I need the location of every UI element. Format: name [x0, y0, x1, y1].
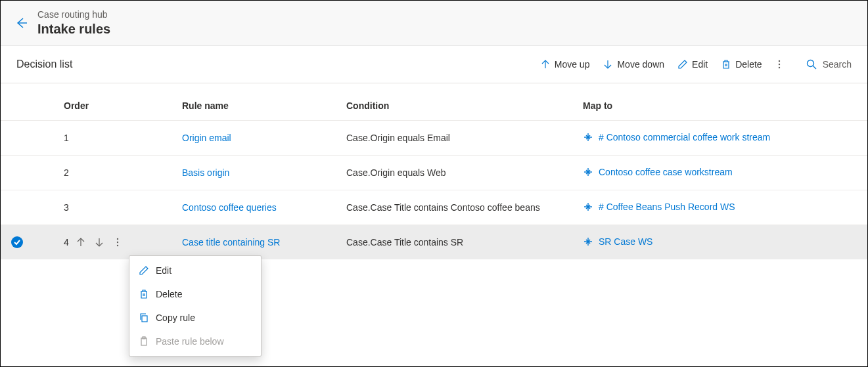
row-move-up-button[interactable] [76, 237, 86, 248]
workstream-icon [583, 202, 593, 212]
map-to-link[interactable]: Contoso coffee case workstream [583, 167, 733, 177]
check-icon [13, 238, 21, 246]
map-to-label: # Contoso commercial coffee work stream [599, 132, 770, 142]
col-order[interactable]: Order [64, 100, 182, 111]
map-to-link[interactable]: # Contoso commercial coffee work stream [583, 132, 770, 142]
map-to-link[interactable]: # Coffee Beans Push Record WS [583, 202, 735, 212]
search-button[interactable]: Search [806, 58, 852, 70]
search-label: Search [823, 59, 852, 70]
map-to-label: SR Case WS [599, 236, 652, 247]
trash-icon [721, 59, 731, 70]
more-vertical-icon [112, 237, 123, 248]
svg-point-4 [117, 238, 118, 240]
copy-icon [139, 313, 149, 323]
rule-name-link[interactable]: Contoso coffee queries [182, 202, 277, 213]
context-paste-label: Paste rule below [156, 336, 224, 347]
more-vertical-icon [774, 59, 785, 70]
row-order: 4 [64, 237, 69, 248]
rule-name-link[interactable]: Origin email [182, 133, 231, 143]
context-delete-item[interactable]: Delete [129, 282, 261, 306]
context-edit-label: Edit [156, 265, 171, 276]
row-move-down-button[interactable] [94, 237, 104, 248]
rule-name-link[interactable]: Case title containing SR [182, 237, 280, 248]
edit-button[interactable]: Edit [671, 55, 714, 74]
condition-cell: Case.Origin equals Email [346, 133, 583, 143]
col-rule-name[interactable]: Rule name [182, 100, 346, 111]
page-header: Case routing hub Intake rules [1, 1, 867, 46]
row-select-checkbox[interactable] [11, 236, 23, 248]
svg-point-3 [807, 60, 813, 67]
arrow-down-icon [94, 237, 104, 248]
table-row[interactable]: 4 [1, 225, 867, 259]
arrow-up-icon [76, 237, 86, 248]
row-more-button[interactable] [112, 237, 123, 248]
col-condition[interactable]: Condition [346, 100, 583, 111]
svg-point-6 [117, 245, 118, 246]
breadcrumb[interactable]: Case routing hub [37, 9, 110, 20]
context-delete-label: Delete [156, 289, 182, 299]
page-title: Intake rules [37, 20, 110, 37]
table-header-row: Order Rule name Condition Map to [1, 91, 867, 120]
pencil-icon [677, 59, 688, 70]
condition-cell: Case.Case Title contains SR [346, 237, 583, 248]
map-to-label: Contoso coffee case workstream [599, 167, 733, 177]
paste-icon [139, 336, 149, 347]
map-to-link[interactable]: SR Case WS [583, 236, 652, 247]
condition-cell: Case.Origin equals Web [346, 167, 583, 178]
row-context-menu: Edit Delete Copy rule [129, 255, 262, 356]
move-up-button[interactable]: Move up [534, 55, 597, 74]
map-to-label: # Coffee Beans Push Record WS [599, 202, 735, 212]
trash-icon [139, 289, 149, 299]
section-title: Decision list [16, 58, 72, 70]
workstream-icon [583, 236, 593, 247]
svg-point-1 [778, 64, 779, 65]
svg-point-0 [778, 60, 779, 62]
search-icon [806, 58, 817, 70]
svg-rect-7 [142, 316, 147, 322]
decision-table: Order Rule name Condition Map to 1 Origi… [1, 83, 867, 259]
row-order: 2 [64, 167, 69, 178]
arrow-left-icon [15, 16, 28, 30]
context-copy-item[interactable]: Copy rule [129, 306, 261, 330]
delete-button[interactable]: Delete [714, 55, 768, 74]
table-row[interactable]: 1 Origin email Case.Origin equals Email … [1, 120, 867, 155]
more-commands-button[interactable] [769, 55, 790, 74]
svg-point-2 [778, 67, 779, 68]
svg-rect-8 [141, 338, 147, 345]
rule-name-link[interactable]: Basis origin [182, 167, 229, 178]
context-copy-label: Copy rule [156, 313, 195, 323]
table-row[interactable]: 2 Basis origin Case.Origin equals Web Co… [1, 155, 867, 190]
move-down-button[interactable]: Move down [596, 55, 671, 74]
row-order: 1 [64, 133, 69, 143]
col-map-to[interactable]: Map to [583, 100, 867, 111]
context-edit-item[interactable]: Edit [129, 259, 261, 282]
delete-label: Delete [735, 59, 762, 70]
table-row[interactable]: 3 Contoso coffee queries Case.Case Title… [1, 190, 867, 225]
move-down-label: Move down [617, 59, 664, 70]
command-bar: Decision list Move up Move down [1, 46, 867, 83]
svg-point-5 [117, 242, 118, 243]
arrow-down-icon [603, 59, 613, 70]
workstream-icon [583, 132, 593, 142]
condition-cell: Case.Case Title contains Contoso coffee … [346, 202, 583, 213]
pencil-icon [139, 265, 149, 276]
edit-label: Edit [692, 59, 708, 70]
move-up-label: Move up [555, 59, 590, 70]
back-button[interactable] [11, 12, 32, 33]
arrow-up-icon [540, 59, 551, 70]
workstream-icon [583, 167, 593, 177]
row-order: 3 [64, 202, 69, 213]
context-paste-item: Paste rule below [129, 330, 261, 353]
